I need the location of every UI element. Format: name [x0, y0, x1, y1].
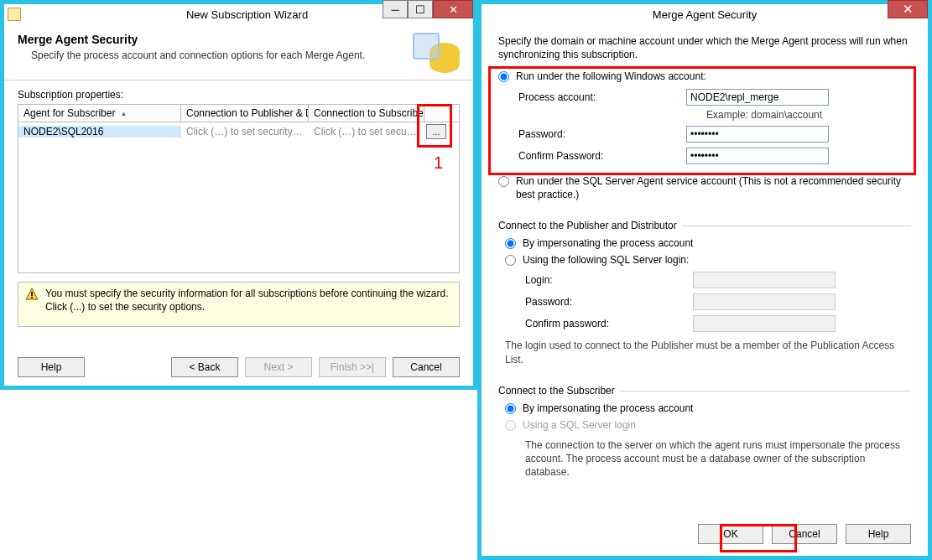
- sub-note: The connection to the server on which th…: [525, 438, 911, 480]
- grid-header: Agent for Subscriber ▲ Connection to Pub…: [18, 104, 460, 122]
- warning-panel: You must specify the security informatio…: [18, 282, 460, 327]
- column-label: Agent for Subscriber: [23, 107, 115, 119]
- wizard-body: Subscription properties: Agent for Subsc…: [4, 80, 473, 327]
- warning-icon: [25, 288, 39, 301]
- pub-note: The login used to connect to the Publish…: [505, 339, 911, 366]
- wizard-header-subtitle: Specify the process account and connecti…: [31, 49, 365, 61]
- radio-pub-sql-login-label: Using the following SQL Server login:: [523, 253, 689, 267]
- dialog-intro: Specify the domain or machine account un…: [498, 34, 911, 61]
- minimize-button[interactable]: ─: [383, 0, 408, 18]
- password-input[interactable]: [686, 126, 829, 143]
- sort-asc-icon: ▲: [120, 110, 127, 117]
- radio-run-agent-account[interactable]: Run under the SQL Server Agent service a…: [498, 174, 911, 201]
- cell-subscriber: NODE2\SQL2016: [18, 126, 181, 137]
- titlebar-right: Merge Agent Security ✕: [482, 4, 928, 24]
- radio-pub-sql-login[interactable]: Using the following SQL Server login:: [505, 253, 911, 267]
- confirm-password-row: Confirm Password:: [518, 148, 911, 164]
- password-row: Password:: [518, 126, 911, 143]
- wizard-header: Merge Agent Security Specify the process…: [4, 24, 473, 80]
- radio-pub-impersonate-label: By impersonating the process account: [523, 236, 693, 250]
- dialog-buttons: OK Cancel Help: [482, 524, 928, 544]
- svg-rect-2: [31, 297, 33, 298]
- pub-confirm-password-input: [693, 315, 836, 332]
- wizard-header-title: Merge Agent Security: [18, 33, 365, 46]
- radio-run-windows-label: Run under the following Windows account:: [516, 70, 706, 83]
- annotation-number-1: 1: [434, 153, 443, 173]
- wizard-button-row: Help < Back Next > Finish >>| Cancel: [4, 357, 473, 377]
- section-publisher-distributor: Connect to the Publisher and Distributor: [498, 220, 911, 231]
- section-publisher-label: Connect to the Publisher and Distributor: [498, 220, 682, 231]
- process-account-example: Example: domain\account: [706, 109, 911, 121]
- radio-sub-sql-login-label: Using a SQL Server login: [523, 418, 636, 432]
- close-button[interactable]: ✕: [433, 0, 473, 18]
- pub-password-row: Password:: [525, 293, 911, 310]
- pub-login-label: Login:: [525, 274, 693, 286]
- pub-password-input: [693, 293, 836, 310]
- radio-pub-impersonate[interactable]: By impersonating the process account: [505, 236, 911, 250]
- radio-run-agent-label: Run under the SQL Server Agent service a…: [516, 174, 911, 201]
- help-button[interactable]: Help: [846, 524, 911, 544]
- radio-sub-impersonate-input[interactable]: [505, 403, 516, 414]
- dialog-body: Specify the domain or machine account un…: [482, 24, 928, 480]
- subscription-properties-label: Subscription properties:: [18, 89, 460, 101]
- section-subscriber-label: Connect to the Subscriber: [498, 385, 620, 397]
- column-connection-publisher[interactable]: Connection to Publisher & Dis…: [181, 105, 309, 122]
- help-button[interactable]: Help: [18, 357, 85, 377]
- radio-pub-impersonate-input[interactable]: [505, 238, 516, 249]
- radio-sub-sql-login-input: [505, 420, 516, 431]
- radio-run-windows-account[interactable]: Run under the following Windows account:: [498, 70, 911, 83]
- finish-button[interactable]: Finish >>|: [319, 357, 386, 377]
- radio-run-agent-input[interactable]: [498, 176, 509, 187]
- process-account-row: Process account:: [518, 89, 911, 106]
- pub-login-input: [693, 272, 836, 288]
- pub-login-row: Login:: [525, 272, 911, 288]
- cell-subscriber-conn: Click (…) to set security opti…: [309, 126, 424, 137]
- titlebar-left: New Subscription Wizard ─ ☐ ✕: [4, 4, 473, 24]
- confirm-password-label: Confirm Password:: [518, 150, 686, 162]
- svg-rect-1: [31, 292, 33, 296]
- merge-agent-security-window: Merge Agent Security ✕ Specify the domai…: [477, 0, 932, 560]
- set-security-button[interactable]: ...: [426, 124, 446, 139]
- app-icon: [8, 8, 21, 21]
- next-button[interactable]: Next >: [245, 357, 312, 377]
- cell-publisher-conn: Click (…) to set security opti…: [181, 126, 309, 137]
- new-subscription-wizard-window: New Subscription Wizard ─ ☐ ✕ Merge Agen…: [0, 0, 477, 390]
- radio-sub-impersonate-label: By impersonating the process account: [523, 402, 693, 415]
- table-row[interactable]: NODE2\SQL2016 Click (…) to set security …: [18, 122, 459, 141]
- window-controls-right: ✕: [888, 0, 928, 18]
- column-agent-for-subscriber[interactable]: Agent for Subscriber ▲: [18, 105, 181, 122]
- radio-pub-sql-login-input[interactable]: [505, 255, 516, 266]
- ok-button[interactable]: OK: [698, 524, 763, 544]
- wizard-header-graphic: [413, 33, 460, 73]
- pub-confirm-password-row: Confirm password:: [525, 315, 911, 332]
- cancel-button[interactable]: Cancel: [393, 357, 460, 377]
- cancel-button[interactable]: Cancel: [772, 524, 837, 544]
- radio-sub-impersonate[interactable]: By impersonating the process account: [505, 402, 911, 415]
- back-button[interactable]: < Back: [171, 357, 238, 377]
- pub-confirm-password-label: Confirm password:: [525, 318, 693, 329]
- password-label: Password:: [518, 128, 686, 140]
- maximize-button[interactable]: ☐: [408, 0, 433, 18]
- section-subscriber: Connect to the Subscriber: [498, 385, 911, 397]
- confirm-password-input[interactable]: [686, 148, 829, 164]
- pub-password-label: Password:: [525, 296, 693, 308]
- cell-ellipsis: ...: [424, 124, 448, 139]
- warning-text: You must specify the security informatio…: [45, 288, 452, 314]
- window-icon: [413, 33, 440, 60]
- column-connection-subscriber[interactable]: Connection to Subscriber: [309, 105, 424, 122]
- column-ellipsis: [424, 105, 448, 122]
- window-title-right: Merge Agent Security: [482, 8, 928, 21]
- process-account-label: Process account:: [518, 91, 686, 103]
- process-account-input[interactable]: [686, 89, 829, 106]
- radio-sub-sql-login: Using a SQL Server login: [505, 418, 911, 432]
- grid-body: NODE2\SQL2016 Click (…) to set security …: [18, 122, 460, 273]
- radio-run-windows-input[interactable]: [498, 71, 509, 82]
- window-controls-left: ─ ☐ ✕: [383, 0, 473, 18]
- close-button[interactable]: ✕: [888, 0, 928, 18]
